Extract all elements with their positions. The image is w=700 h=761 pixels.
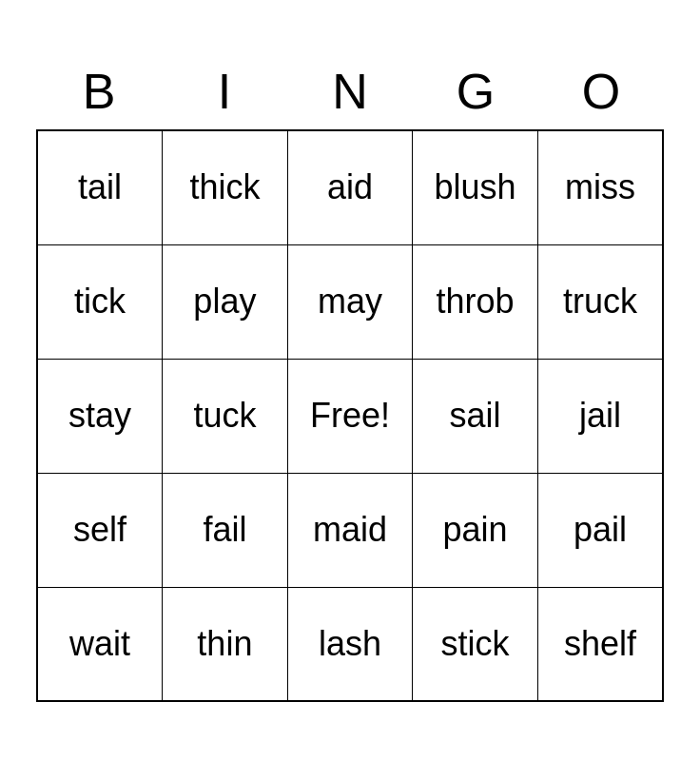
header-n: N: [287, 59, 413, 124]
cell-r1-c3[interactable]: throb: [413, 244, 538, 359]
cell-r3-c0[interactable]: self: [37, 473, 163, 587]
cell-r2-c3[interactable]: sail: [413, 359, 538, 473]
cell-r1-c1[interactable]: play: [163, 244, 288, 359]
cell-r1-c2[interactable]: may: [287, 244, 413, 359]
table-row: selffailmaidpainpail: [37, 473, 663, 587]
cell-r4-c2[interactable]: lash: [287, 587, 413, 701]
cell-r2-c2[interactable]: Free!: [287, 359, 413, 473]
table-row: tickplaymaythrobtruck: [37, 244, 663, 359]
cell-r3-c1[interactable]: fail: [163, 473, 288, 587]
bingo-header: B I N G O: [36, 59, 664, 124]
header-o: O: [538, 59, 664, 124]
cell-r4-c4[interactable]: shelf: [537, 587, 663, 701]
cell-r0-c2[interactable]: aid: [287, 130, 413, 244]
header-i: I: [162, 59, 287, 124]
cell-r3-c4[interactable]: pail: [537, 473, 663, 587]
cell-r0-c1[interactable]: thick: [163, 130, 288, 244]
cell-r4-c3[interactable]: stick: [413, 587, 538, 701]
cell-r0-c0[interactable]: tail: [37, 130, 163, 244]
cell-r0-c4[interactable]: miss: [537, 130, 663, 244]
table-row: waitthinlashstickshelf: [37, 587, 663, 701]
bingo-grid: tailthickaidblushmisstickplaymaythrobtru…: [36, 129, 664, 702]
header-b: B: [36, 59, 162, 124]
cell-r2-c0[interactable]: stay: [37, 359, 163, 473]
header-g: G: [413, 59, 538, 124]
cell-r2-c4[interactable]: jail: [537, 359, 663, 473]
table-row: staytuckFree!sailjail: [37, 359, 663, 473]
bingo-card: B I N G O tailthickaidblushmisstickplaym…: [17, 40, 683, 721]
cell-r2-c1[interactable]: tuck: [163, 359, 288, 473]
cell-r1-c0[interactable]: tick: [37, 244, 163, 359]
cell-r4-c1[interactable]: thin: [163, 587, 288, 701]
cell-r3-c3[interactable]: pain: [413, 473, 538, 587]
cell-r1-c4[interactable]: truck: [537, 244, 663, 359]
cell-r0-c3[interactable]: blush: [413, 130, 538, 244]
cell-r4-c0[interactable]: wait: [37, 587, 163, 701]
cell-r3-c2[interactable]: maid: [287, 473, 413, 587]
table-row: tailthickaidblushmiss: [37, 130, 663, 244]
